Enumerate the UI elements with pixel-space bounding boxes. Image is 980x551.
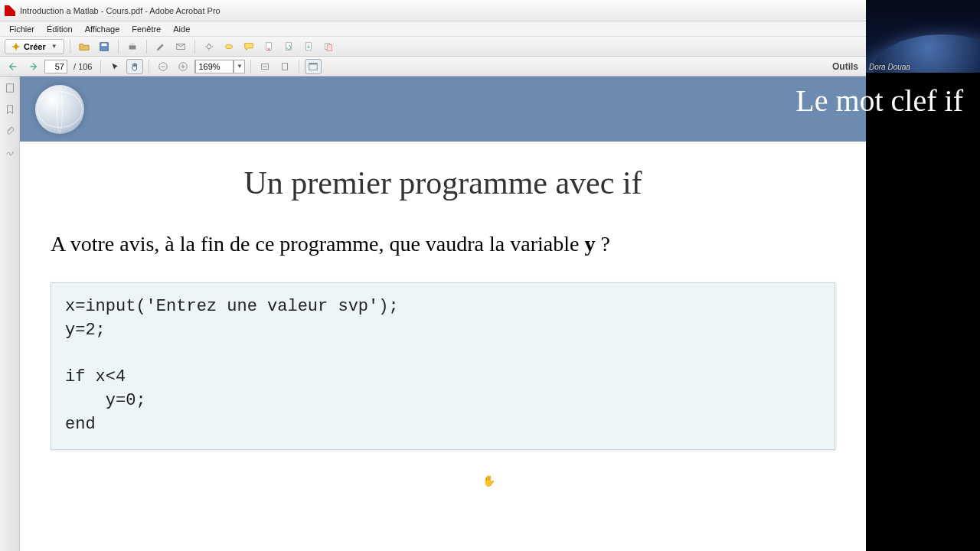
svg-rect-18 (6, 84, 13, 93)
hand-cursor-icon: ✋ (482, 474, 495, 487)
email-button[interactable] (172, 39, 189, 54)
document-view[interactable]: Un premier programme avec if A votre avi… (20, 77, 866, 551)
signatures-icon[interactable] (3, 145, 17, 159)
star-icon: ✦ (11, 41, 21, 53)
acrobat-window: Introduction a Matlab - Cours.pdf - Adob… (0, 0, 866, 551)
menu-view[interactable]: Affichage (79, 23, 126, 35)
separator (70, 40, 70, 54)
nav-toolbar: / 106 169% ▼ Outils (0, 57, 866, 77)
slide-header-title: Le mot clef if (795, 83, 963, 119)
svg-rect-3 (130, 42, 134, 45)
extract-page-button[interactable] (300, 39, 317, 54)
menu-window[interactable]: Fenêtre (126, 23, 167, 35)
svg-rect-2 (129, 45, 136, 49)
page-total: / 106 (74, 62, 92, 71)
code-block: x=input('Entrez une valeur svp'); y=2; i… (51, 282, 835, 450)
separator (149, 60, 149, 73)
svg-rect-17 (309, 63, 318, 64)
menubar: Fichier Édition Affichage Fenêtre Aide (0, 21, 866, 37)
svg-rect-15 (283, 63, 288, 70)
separator (100, 60, 101, 73)
bookmarks-icon[interactable] (3, 103, 17, 116)
main-toolbar: ✦ Créer ▼ (0, 37, 866, 57)
save-button[interactable] (96, 39, 113, 54)
menu-help[interactable]: Aide (167, 23, 196, 35)
svg-rect-1 (101, 43, 106, 46)
delete-page-button[interactable] (260, 39, 277, 54)
slide-header (20, 77, 866, 142)
attendee-name: Dora Douaa (869, 63, 910, 71)
create-button[interactable]: ✦ Créer ▼ (5, 39, 64, 54)
svg-point-6 (225, 44, 232, 48)
zoom-in-button[interactable] (175, 59, 191, 74)
zoom-value: 169% (195, 60, 234, 73)
webcam-overlay: Dora Douaa (866, 0, 980, 73)
prev-page-button[interactable] (24, 59, 41, 74)
zoom-out-button[interactable] (155, 59, 172, 74)
first-page-button[interactable] (5, 59, 21, 74)
svg-point-5 (207, 44, 211, 48)
rotate-page-button[interactable] (280, 39, 297, 54)
zoom-select[interactable]: 169% ▼ (194, 60, 245, 73)
separator (299, 60, 299, 73)
pdf-file-icon (5, 5, 15, 16)
fit-width-button[interactable] (256, 59, 273, 74)
create-label: Créer (24, 42, 46, 51)
navigation-rail (0, 77, 20, 551)
comment-button[interactable] (240, 39, 257, 54)
slide-body: Un premier programme avec if A votre avi… (20, 142, 866, 473)
edit-button[interactable] (152, 39, 169, 54)
separator (250, 60, 251, 73)
select-tool-button[interactable] (106, 59, 123, 74)
content-area: Un premier programme avec if A votre avi… (0, 77, 866, 551)
slide-heading: Un premier programme avec if (51, 165, 835, 201)
chevron-down-icon: ▼ (234, 60, 244, 73)
separator (194, 40, 195, 54)
page-number-input[interactable] (44, 60, 67, 73)
titlebar: Introduction a Matlab - Cours.pdf - Adob… (0, 0, 866, 21)
hand-tool-button[interactable] (126, 59, 143, 74)
highlight-button[interactable] (220, 39, 237, 54)
fit-page-button[interactable] (276, 59, 293, 74)
chevron-down-icon: ▼ (51, 43, 57, 50)
slide-question: A votre avis, à la fin de ce programme, … (51, 232, 835, 256)
menu-edit[interactable]: Édition (41, 23, 79, 35)
print-button[interactable] (124, 39, 141, 54)
thumbnails-icon[interactable] (3, 81, 17, 95)
svg-rect-11 (327, 44, 332, 51)
insert-page-button[interactable] (320, 39, 337, 54)
globe-logo-icon (35, 85, 84, 134)
gear-button[interactable] (201, 39, 217, 54)
window-title: Introduction a Matlab - Cours.pdf - Adob… (20, 6, 220, 15)
pdf-page: Un premier programme avec if A votre avi… (20, 77, 866, 551)
open-button[interactable] (76, 39, 93, 54)
separator (146, 40, 147, 54)
menu-file[interactable]: Fichier (3, 23, 41, 35)
read-mode-button[interactable] (305, 59, 322, 74)
tools-panel-toggle[interactable]: Outils (832, 61, 858, 72)
attachments-icon[interactable] (3, 124, 17, 138)
separator (118, 40, 119, 54)
